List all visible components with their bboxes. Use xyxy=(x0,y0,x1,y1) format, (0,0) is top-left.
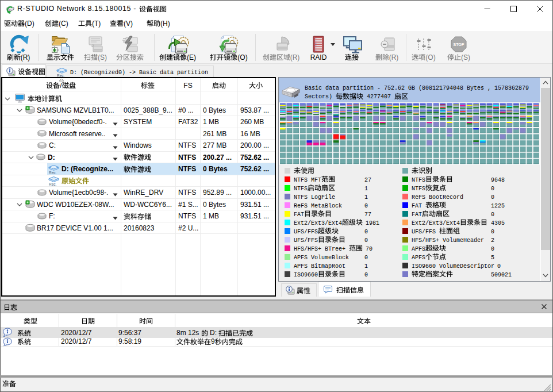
svg-text:Rec.: Rec. xyxy=(49,170,57,174)
svg-text:Rec.: Rec. xyxy=(49,182,57,186)
svg-text:STOP: STOP xyxy=(454,43,464,47)
